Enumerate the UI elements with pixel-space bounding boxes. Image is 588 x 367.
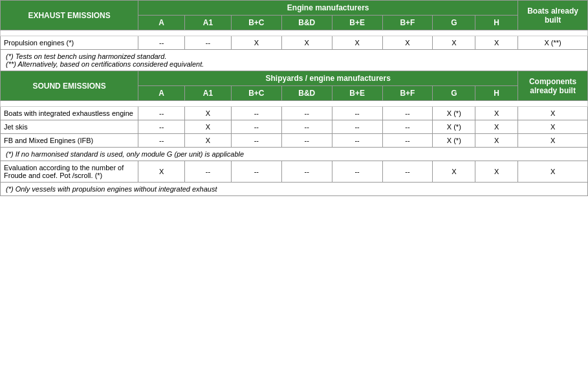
col-bpf-header: B+F bbox=[382, 16, 433, 30]
shipyards-engine-header: Shipyards / engine manufacturers bbox=[138, 71, 518, 86]
propulsion-bpe: X bbox=[332, 36, 382, 50]
eval-bpf: -- bbox=[382, 161, 433, 183]
col-bnd-header: B&D bbox=[281, 16, 332, 30]
col-a1-header: A1 bbox=[185, 16, 232, 30]
propulsion-label: Propulsion engines (*) bbox=[1, 36, 138, 50]
boats-int-bnd: -- bbox=[281, 107, 332, 120]
fb-bpf: -- bbox=[382, 134, 433, 148]
fb-a1: X bbox=[185, 134, 232, 148]
jetski-g: X (*) bbox=[433, 120, 475, 134]
boats-int-a: -- bbox=[138, 107, 185, 120]
sound-col-a-header: A bbox=[138, 86, 185, 101]
fb-bpe: -- bbox=[332, 134, 382, 148]
jetski-a: -- bbox=[138, 120, 185, 134]
jetski-epf: X bbox=[518, 120, 588, 134]
fb-a: -- bbox=[138, 134, 185, 148]
eval-note: (*) Only vessels with propulsion engines… bbox=[1, 183, 588, 196]
col-a-header: A bbox=[138, 16, 185, 30]
jetski-bpc: -- bbox=[231, 120, 281, 134]
boats-int-h: X bbox=[475, 107, 518, 120]
sound-col-h-header: H bbox=[475, 86, 518, 101]
fb-bnd: -- bbox=[281, 134, 332, 148]
eval-a1: -- bbox=[185, 161, 232, 183]
sound-col-bpf-header: B+F bbox=[382, 86, 433, 101]
sound-col-bpe-header: B+E bbox=[332, 86, 382, 101]
boats-int-epf: X bbox=[518, 107, 588, 120]
boats-int-bpf: -- bbox=[382, 107, 433, 120]
boats-int-a1: X bbox=[185, 107, 232, 120]
propulsion-h: X bbox=[475, 36, 518, 50]
eval-h: X bbox=[475, 161, 518, 183]
eval-a: X bbox=[138, 161, 185, 183]
eval-bnd: -- bbox=[281, 161, 332, 183]
sound-header: SOUND EMISSIONS bbox=[1, 71, 138, 101]
exhaust-notes: (*) Tests on test bench using harmonized… bbox=[1, 50, 588, 71]
boats-int-bpe: -- bbox=[332, 107, 382, 120]
propulsion-g: X bbox=[433, 36, 475, 50]
eval-bpe: -- bbox=[332, 161, 382, 183]
col-g-header: G bbox=[433, 16, 475, 30]
boats-integrated-label: Boats with integrated exhaustless engine bbox=[1, 107, 138, 120]
eval-label: Evaluation according to the number of Fr… bbox=[1, 161, 138, 183]
boats-int-g: X (*) bbox=[433, 107, 475, 120]
sound-col-a1-header: A1 bbox=[185, 86, 232, 101]
col-h-header: H bbox=[475, 16, 518, 30]
fb-label: FB and Mixed Engines (IFB) bbox=[1, 134, 138, 148]
sound-col-bnd-header: B&D bbox=[281, 86, 332, 101]
col-bpe-header: B+E bbox=[332, 16, 382, 30]
jetski-bnd: -- bbox=[281, 120, 332, 134]
eval-epf: X bbox=[518, 161, 588, 183]
propulsion-bpf: X bbox=[382, 36, 433, 50]
propulsion-epf: X (**) bbox=[518, 36, 588, 50]
sound-col-bpc-header: B+C bbox=[231, 86, 281, 101]
eval-g: X bbox=[433, 161, 475, 183]
fb-h: X bbox=[475, 134, 518, 148]
fb-epf: X bbox=[518, 134, 588, 148]
jetski-bpf: -- bbox=[382, 120, 433, 134]
propulsion-bpc: X bbox=[231, 36, 281, 50]
boats-int-bpc: -- bbox=[231, 107, 281, 120]
sound-col-g-header: G bbox=[433, 86, 475, 101]
jetski-label: Jet skis bbox=[1, 120, 138, 134]
note1: (*) Tests on test bench using harmonized… bbox=[6, 52, 166, 60]
propulsion-a: -- bbox=[138, 36, 185, 50]
engine-manufacturers-header: Engine manufacturers bbox=[138, 1, 518, 16]
fb-bpc: -- bbox=[231, 134, 281, 148]
note2: (**) Alternatively, based on certificati… bbox=[6, 60, 204, 68]
fb-g: X (*) bbox=[433, 134, 475, 148]
boats-already-built-header: Boats already built bbox=[518, 1, 588, 30]
eval-bpc: -- bbox=[231, 161, 281, 183]
col-bpc-header: B+C bbox=[231, 16, 281, 30]
components-already-built-header: Components already built bbox=[518, 71, 588, 101]
propulsion-a1: -- bbox=[185, 36, 232, 50]
jetski-h: X bbox=[475, 120, 518, 134]
main-table: EXHAUST EMISSIONS Engine manufacturers B… bbox=[0, 0, 588, 196]
jetski-bpe: -- bbox=[332, 120, 382, 134]
exhaust-header: EXHAUST EMISSIONS bbox=[1, 1, 138, 30]
jetski-a1: X bbox=[185, 120, 232, 134]
propulsion-bnd: X bbox=[281, 36, 332, 50]
sound-note: (*) If no harmonised standard is used, o… bbox=[1, 148, 588, 161]
